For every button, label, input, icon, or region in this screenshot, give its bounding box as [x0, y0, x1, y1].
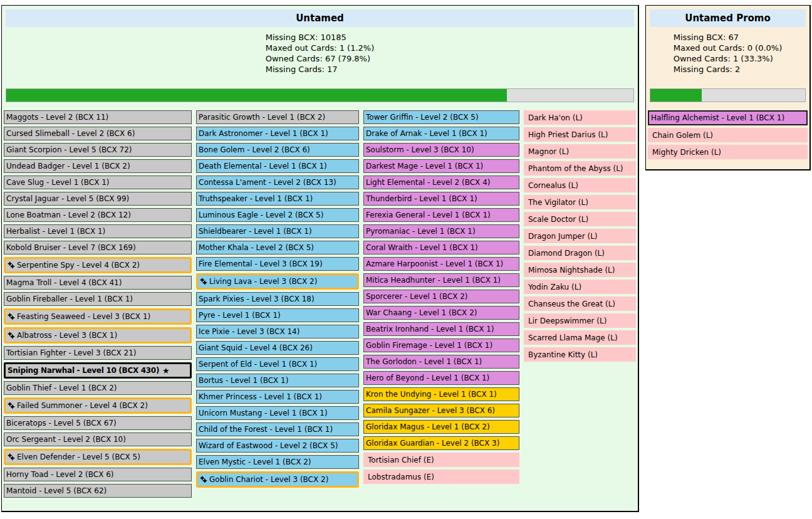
card[interactable]: Mighty Dricken (L) [648, 145, 808, 159]
card[interactable]: Sporcerer - Level 1 (BCX 2) [363, 290, 519, 303]
card[interactable]: War Chaang - Level 1 (BCX 2) [363, 306, 519, 320]
card[interactable]: Giant Squid - Level 4 (BCX 26) [196, 341, 359, 355]
card[interactable]: Chanseus the Great (L) [524, 296, 636, 311]
card[interactable]: The Gorlodon - Level 1 (BCX 1) [363, 355, 519, 369]
card-label: Truthspeaker - Level 1 (BCX 1) [199, 194, 313, 203]
card[interactable]: Cave Slug - Level 1 (BCX 1) [4, 176, 192, 189]
card[interactable]: Lone Boatman - Level 2 (BCX 12) [4, 208, 192, 222]
card[interactable]: Pyre - Level 1 (BCX 1) [196, 308, 359, 322]
card-label: Death Elemental - Level 1 (BCX 1) [199, 162, 327, 170]
card[interactable]: Kobold Bruiser - Level 7 (BCX 169) [4, 241, 192, 254]
card[interactable]: Magma Troll - Level 4 (BCX 41) [4, 276, 192, 290]
card[interactable]: Soulstorm - Level 3 (BCX 10) [363, 143, 519, 157]
card-label: Biceratops - Level 5 (BCX 67) [6, 419, 117, 427]
card[interactable]: Orc Sergeant - Level 2 (BCX 10) [4, 432, 192, 446]
card-label: Chain Golem (L) [652, 131, 713, 140]
card[interactable]: Maggots - Level 2 (BCX 11) [4, 110, 192, 124]
card-label: Drake of Arnak - Level 1 (BCX 1) [366, 129, 487, 138]
card[interactable]: Azmare Harpoonist - Level 1 (BCX 1) [363, 257, 519, 271]
card[interactable]: Tower Griffin - Level 2 (BCX 5) [363, 110, 519, 124]
card[interactable]: Cornealus (L) [524, 178, 636, 192]
card[interactable]: Spark Pixies - Level 3 (BCX 18) [196, 292, 359, 306]
card[interactable]: Phantom of the Abyss (L) [524, 161, 636, 176]
card[interactable]: The Vigilator (L) [524, 195, 636, 209]
card[interactable]: Magnor (L) [524, 144, 636, 159]
card[interactable]: Child of the Forest - Level 1 (BCX 1) [196, 422, 359, 436]
card[interactable]: High Priest Darius (L) [524, 127, 636, 142]
card[interactable]: Thunderbird - Level 1 (BCX 1) [363, 192, 519, 206]
card[interactable]: Chain Golem (L) [648, 128, 808, 142]
card-label: Tortisian Chief (E) [368, 456, 434, 464]
card[interactable]: Crystal Jaguar - Level 5 (BCX 99) [4, 192, 192, 206]
card[interactable]: Kron the Undying - Level 1 (BCX 1) [363, 387, 519, 401]
card[interactable]: Parasitic Growth - Level 1 (BCX 2) [196, 110, 359, 124]
card-label: War Chaang - Level 1 (BCX 2) [366, 308, 477, 317]
card[interactable]: Bortus - Level 1 (BCX 1) [196, 374, 359, 387]
card[interactable]: Mother Khala - Level 2 (BCX 5) [196, 241, 359, 254]
card[interactable]: Feasting Seaweed - Level 3 (BCX 1) [4, 308, 192, 325]
card[interactable]: Goblin Fireballer - Level 1 (BCX 1) [4, 292, 192, 306]
card[interactable]: Elven Mystic - Level 1 (BCX 2) [196, 455, 359, 469]
card[interactable]: Mitica Headhunter - Level 1 (BCX 1) [363, 273, 519, 287]
card[interactable]: Khmer Princess - Level 1 (BCX 1) [196, 390, 359, 404]
card[interactable]: Dark Ha'on (L) [524, 110, 636, 125]
card[interactable]: Goblin Chariot - Level 3 (BCX 2) [196, 471, 359, 488]
card[interactable]: Byzantine Kitty (L) [524, 347, 636, 362]
card-label: Wizard of Eastwood - Level 2 (BCX 5) [199, 441, 338, 450]
stat-maxed-cards: Maxed out Cards: 1 (1.2%) [266, 43, 375, 53]
card[interactable]: Camila Sungazer - Level 3 (BCX 6) [363, 404, 519, 417]
card[interactable]: Albatross - Level 3 (BCX 1) [4, 327, 192, 343]
card[interactable]: Serpentine Spy - Level 4 (BCX 2) [4, 257, 192, 273]
card[interactable]: Tortisian Chief (E) [363, 453, 519, 467]
card[interactable]: Contessa L'ament - Level 2 (BCX 13) [196, 176, 359, 189]
card[interactable]: Luminous Eagle - Level 2 (BCX 5) [196, 208, 359, 222]
card[interactable]: Scale Doctor (L) [524, 212, 636, 226]
card[interactable]: Diamond Dragon (L) [524, 246, 636, 260]
card[interactable]: Biceratops - Level 5 (BCX 67) [4, 416, 192, 430]
card[interactable]: Ferexia General - Level 1 (BCX 1) [363, 208, 519, 222]
card[interactable]: Cursed Slimeball - Level 2 (BCX 6) [4, 127, 192, 140]
card[interactable]: Ice Pixie - Level 3 (BCX 14) [196, 325, 359, 338]
card[interactable]: Elven Defender - Level 5 (BCX 5) [4, 449, 192, 465]
card[interactable]: Herbalist - Level 1 (BCX 1) [4, 224, 192, 238]
card[interactable]: Tortisian Fighter - Level 3 (BCX 21) [4, 346, 192, 360]
card[interactable]: Failed Summoner - Level 4 (BCX 2) [4, 397, 192, 414]
card[interactable]: Giant Scorpion - Level 5 (BCX 72) [4, 143, 192, 157]
card[interactable]: Fire Elemental - Level 3 (BCX 19) [196, 257, 359, 271]
card-label: Soulstorm - Level 3 (BCX 10) [366, 145, 474, 154]
card[interactable]: Dark Astronomer - Level 1 (BCX 1) [196, 127, 359, 140]
card[interactable]: Pyromaniac - Level 1 (BCX 1) [363, 224, 519, 238]
card[interactable]: Sniping Narwhal - Level 10 (BCX 430)★ [4, 362, 192, 379]
card[interactable]: Yodin Zaku (L) [524, 280, 636, 294]
card[interactable]: Darkest Mage - Level 1 (BCX 1) [363, 159, 519, 173]
card[interactable]: Horny Toad - Level 2 (BCX 6) [4, 468, 192, 481]
card[interactable]: Mimosa Nightshade (L) [524, 263, 636, 277]
card[interactable]: Lobstradamus (E) [363, 469, 519, 484]
card[interactable]: Shieldbearer - Level 1 (BCX 1) [196, 224, 359, 238]
card[interactable]: Light Elemental - Level 2 (BCX 4) [363, 176, 519, 189]
card[interactable]: Undead Badger - Level 1 (BCX 2) [4, 159, 192, 173]
card[interactable]: Gloridax Magus - Level 1 (BCX 2) [363, 420, 519, 434]
card[interactable]: Serpent of Eld - Level 1 (BCX 1) [196, 357, 359, 371]
card[interactable]: Bone Golem - Level 2 (BCX 6) [196, 143, 359, 157]
card[interactable]: Beatrix Ironhand - Level 1 (BCX 1) [363, 322, 519, 336]
card[interactable]: Unicorn Mustang - Level 1 (BCX 1) [196, 406, 359, 420]
card[interactable]: Coral Wraith - Level 1 (BCX 1) [363, 241, 519, 254]
card[interactable]: Wizard of Eastwood - Level 2 (BCX 5) [196, 439, 359, 453]
card[interactable]: Dragon Jumper (L) [524, 229, 636, 243]
card[interactable]: Scarred Llama Mage (L) [524, 330, 636, 345]
card-column: Dark Ha'on (L)High Priest Darius (L)Magn… [524, 110, 636, 362]
card[interactable]: Lir Deepswimmer (L) [524, 313, 636, 328]
card-label: Scarred Llama Mage (L) [528, 333, 618, 342]
card[interactable]: Gloridax Guardian - Level 2 (BCX 3) [363, 436, 519, 450]
card[interactable]: Truthspeaker - Level 1 (BCX 1) [196, 192, 359, 206]
card[interactable]: Living Lava - Level 3 (BCX 2) [196, 273, 359, 290]
card-label: Halfling Alchemist - Level 1 (BCX 1) [651, 113, 784, 122]
card[interactable]: Goblin Firemage - Level 1 (BCX 1) [363, 338, 519, 352]
card[interactable]: Goblin Thief - Level 1 (BCX 2) [4, 381, 192, 395]
card[interactable]: Halfling Alchemist - Level 1 (BCX 1) [648, 110, 808, 125]
card[interactable]: Mantoid - Level 5 (BCX 62) [4, 484, 192, 498]
card[interactable]: Hero of Beyond - Level 1 (BCX 1) [363, 371, 519, 385]
card[interactable]: Drake of Arnak - Level 1 (BCX 1) [363, 127, 519, 140]
card[interactable]: Death Elemental - Level 1 (BCX 1) [196, 159, 359, 173]
